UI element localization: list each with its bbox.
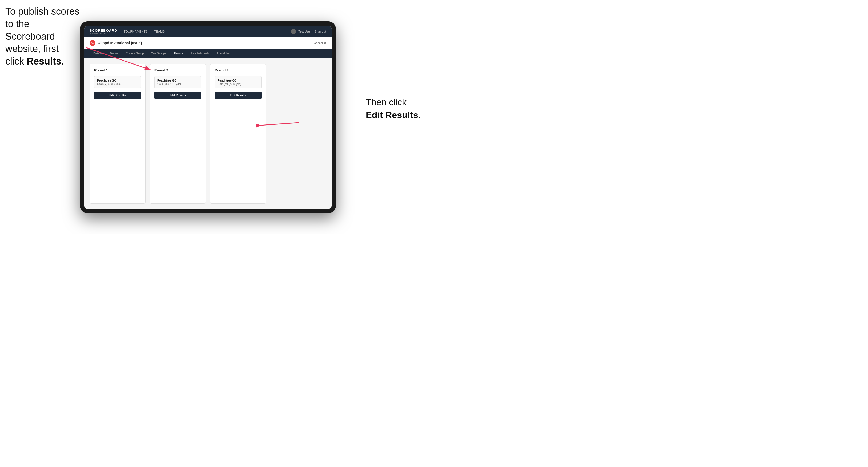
instruction-click-prefix: click (5, 56, 27, 67)
tournament-name: Clippd Invitational (Main) (98, 41, 142, 45)
instruction-left: To publish scores to the Scoreboard webs… (5, 5, 80, 68)
tab-teams[interactable]: Teams (106, 49, 122, 58)
tournament-header: C Clippd Invitational (Main) Cancel ✕ (84, 37, 332, 49)
nav-links: TOURNAMENTS TEAMS (124, 30, 291, 33)
tab-printables[interactable]: Printables (213, 49, 234, 58)
round-1-course-name: Peachtree GC (97, 79, 138, 82)
round-2-course-name: Peachtree GC (157, 79, 198, 82)
tab-leaderboards[interactable]: Leaderboards (187, 49, 213, 58)
scoreboard-logo: SCOREBOARD Powered by clippd (90, 29, 117, 34)
nav-tournaments[interactable]: TOURNAMENTS (124, 30, 148, 33)
user-text: Test User | (298, 30, 312, 33)
round-card-1: Round 1 Peachtree GC Gold (M) (7010 yds)… (90, 64, 146, 204)
round-1-course-card: Peachtree GC Gold (M) (7010 yds) (94, 76, 141, 89)
round-2-course-detail: Gold (M) (7010 yds) (157, 83, 198, 86)
rounds-area: Round 1 Peachtree GC Gold (M) (7010 yds)… (84, 58, 332, 209)
logo-main-text: SCOREBOARD (90, 29, 117, 33)
tournament-icon: C (90, 40, 95, 46)
round-2-course-card: Peachtree GC Gold (M) (7010 yds) (154, 76, 201, 89)
cancel-x-icon: ✕ (324, 41, 326, 45)
tab-bar: Details Teams Course Setup Tee Groups Re… (84, 49, 332, 58)
tablet-device: SCOREBOARD Powered by clippd TOURNAMENTS… (80, 21, 336, 213)
instruction-edit-results-bold: Edit Results (366, 110, 418, 120)
sign-out-link[interactable]: Sign out (315, 30, 326, 33)
tab-results[interactable]: Results (170, 49, 187, 58)
nav-teams[interactable]: TEAMS (154, 30, 165, 33)
cancel-button[interactable]: Cancel ✕ (314, 41, 326, 45)
round-2-title: Round 2 (154, 68, 201, 72)
tab-tee-groups[interactable]: Tee Groups (148, 49, 170, 58)
round-3-course-name: Peachtree GC (218, 79, 258, 82)
edit-results-button-2[interactable]: Edit Results (154, 92, 201, 99)
tablet-screen: SCOREBOARD Powered by clippd TOURNAMENTS… (84, 26, 332, 209)
tab-details[interactable]: Details (90, 49, 106, 58)
round-1-course-detail: Gold (M) (7010 yds) (97, 83, 138, 86)
round-3-course-card: Peachtree GC Gold (M) (7010 yds) (215, 76, 261, 89)
logo-sub-text: Powered by clippd (90, 33, 117, 34)
round-3-title: Round 3 (215, 68, 261, 72)
nav-right: U Test User | Sign out (291, 29, 326, 34)
nav-bar: SCOREBOARD Powered by clippd TOURNAMENTS… (84, 26, 332, 37)
tournament-title-row: C Clippd Invitational (Main) (90, 40, 142, 46)
edit-results-button-3[interactable]: Edit Results (215, 92, 261, 99)
page-content: C Clippd Invitational (Main) Cancel ✕ De… (84, 37, 332, 209)
round-card-3: Round 3 Peachtree GC Gold (M) (7010 yds)… (210, 64, 266, 204)
round-1-title: Round 1 (94, 68, 141, 72)
instruction-right: Then click Edit Results. (366, 96, 421, 121)
instruction-results-bold: Results (27, 56, 61, 67)
edit-results-button-1[interactable]: Edit Results (94, 92, 141, 99)
tab-course-setup[interactable]: Course Setup (122, 49, 148, 58)
user-avatar: U (291, 29, 296, 34)
round-card-2: Round 2 Peachtree GC Gold (M) (7010 yds)… (150, 64, 206, 204)
round-3-course-detail: Gold (M) (7010 yds) (218, 83, 258, 86)
